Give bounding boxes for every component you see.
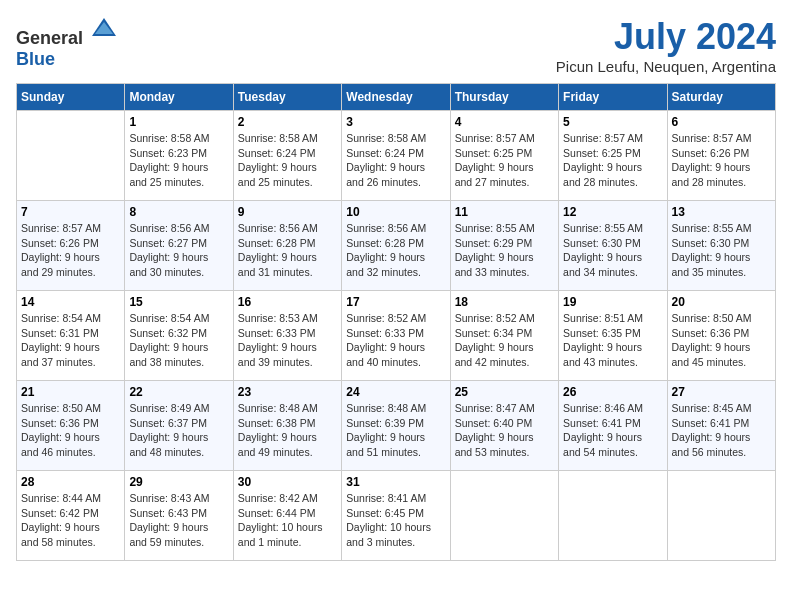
day-info: Sunrise: 8:48 AM Sunset: 6:39 PM Dayligh… [346,401,445,460]
day-number: 11 [455,205,554,219]
day-number: 22 [129,385,228,399]
day-info: Sunrise: 8:55 AM Sunset: 6:29 PM Dayligh… [455,221,554,280]
calendar-cell: 17Sunrise: 8:52 AM Sunset: 6:33 PM Dayli… [342,291,450,381]
calendar-cell: 26Sunrise: 8:46 AM Sunset: 6:41 PM Dayli… [559,381,667,471]
calendar-cell: 11Sunrise: 8:55 AM Sunset: 6:29 PM Dayli… [450,201,558,291]
month-title: July 2024 [556,16,776,58]
day-number: 30 [238,475,337,489]
day-number: 8 [129,205,228,219]
column-header-saturday: Saturday [667,84,775,111]
title-area: July 2024 Picun Leufu, Neuquen, Argentin… [556,16,776,75]
calendar-cell [450,471,558,561]
day-info: Sunrise: 8:57 AM Sunset: 6:25 PM Dayligh… [455,131,554,190]
day-number: 25 [455,385,554,399]
column-header-friday: Friday [559,84,667,111]
column-header-monday: Monday [125,84,233,111]
day-info: Sunrise: 8:49 AM Sunset: 6:37 PM Dayligh… [129,401,228,460]
logo-general: General [16,28,83,48]
column-header-sunday: Sunday [17,84,125,111]
day-info: Sunrise: 8:58 AM Sunset: 6:24 PM Dayligh… [238,131,337,190]
day-info: Sunrise: 8:50 AM Sunset: 6:36 PM Dayligh… [672,311,771,370]
day-number: 10 [346,205,445,219]
logo-text: General Blue [16,16,118,70]
day-info: Sunrise: 8:45 AM Sunset: 6:41 PM Dayligh… [672,401,771,460]
calendar-cell: 31Sunrise: 8:41 AM Sunset: 6:45 PM Dayli… [342,471,450,561]
calendar-cell: 24Sunrise: 8:48 AM Sunset: 6:39 PM Dayli… [342,381,450,471]
calendar-table: SundayMondayTuesdayWednesdayThursdayFrid… [16,83,776,561]
calendar-cell: 12Sunrise: 8:55 AM Sunset: 6:30 PM Dayli… [559,201,667,291]
day-info: Sunrise: 8:56 AM Sunset: 6:27 PM Dayligh… [129,221,228,280]
day-number: 21 [21,385,120,399]
calendar-cell: 21Sunrise: 8:50 AM Sunset: 6:36 PM Dayli… [17,381,125,471]
calendar-cell [17,111,125,201]
day-info: Sunrise: 8:56 AM Sunset: 6:28 PM Dayligh… [346,221,445,280]
calendar-cell: 30Sunrise: 8:42 AM Sunset: 6:44 PM Dayli… [233,471,341,561]
day-number: 31 [346,475,445,489]
calendar-header-row: SundayMondayTuesdayWednesdayThursdayFrid… [17,84,776,111]
column-header-thursday: Thursday [450,84,558,111]
logo: General Blue [16,16,118,70]
calendar-week-row: 14Sunrise: 8:54 AM Sunset: 6:31 PM Dayli… [17,291,776,381]
calendar-week-row: 21Sunrise: 8:50 AM Sunset: 6:36 PM Dayli… [17,381,776,471]
calendar-week-row: 7Sunrise: 8:57 AM Sunset: 6:26 PM Daylig… [17,201,776,291]
day-info: Sunrise: 8:54 AM Sunset: 6:32 PM Dayligh… [129,311,228,370]
day-number: 4 [455,115,554,129]
day-number: 7 [21,205,120,219]
day-info: Sunrise: 8:51 AM Sunset: 6:35 PM Dayligh… [563,311,662,370]
day-number: 13 [672,205,771,219]
day-info: Sunrise: 8:55 AM Sunset: 6:30 PM Dayligh… [563,221,662,280]
day-number: 9 [238,205,337,219]
day-number: 24 [346,385,445,399]
calendar-cell: 3Sunrise: 8:58 AM Sunset: 6:24 PM Daylig… [342,111,450,201]
calendar-cell: 22Sunrise: 8:49 AM Sunset: 6:37 PM Dayli… [125,381,233,471]
day-info: Sunrise: 8:43 AM Sunset: 6:43 PM Dayligh… [129,491,228,550]
day-info: Sunrise: 8:47 AM Sunset: 6:40 PM Dayligh… [455,401,554,460]
day-number: 23 [238,385,337,399]
day-number: 26 [563,385,662,399]
calendar-cell: 4Sunrise: 8:57 AM Sunset: 6:25 PM Daylig… [450,111,558,201]
day-info: Sunrise: 8:41 AM Sunset: 6:45 PM Dayligh… [346,491,445,550]
day-number: 20 [672,295,771,309]
column-header-tuesday: Tuesday [233,84,341,111]
day-number: 17 [346,295,445,309]
day-info: Sunrise: 8:57 AM Sunset: 6:26 PM Dayligh… [21,221,120,280]
calendar-cell: 13Sunrise: 8:55 AM Sunset: 6:30 PM Dayli… [667,201,775,291]
calendar-cell: 2Sunrise: 8:58 AM Sunset: 6:24 PM Daylig… [233,111,341,201]
calendar-cell: 16Sunrise: 8:53 AM Sunset: 6:33 PM Dayli… [233,291,341,381]
calendar-cell: 20Sunrise: 8:50 AM Sunset: 6:36 PM Dayli… [667,291,775,381]
calendar-cell: 10Sunrise: 8:56 AM Sunset: 6:28 PM Dayli… [342,201,450,291]
logo-blue: Blue [16,49,55,69]
day-info: Sunrise: 8:44 AM Sunset: 6:42 PM Dayligh… [21,491,120,550]
day-info: Sunrise: 8:50 AM Sunset: 6:36 PM Dayligh… [21,401,120,460]
day-number: 14 [21,295,120,309]
day-info: Sunrise: 8:46 AM Sunset: 6:41 PM Dayligh… [563,401,662,460]
calendar-cell: 6Sunrise: 8:57 AM Sunset: 6:26 PM Daylig… [667,111,775,201]
calendar-cell: 27Sunrise: 8:45 AM Sunset: 6:41 PM Dayli… [667,381,775,471]
day-info: Sunrise: 8:58 AM Sunset: 6:24 PM Dayligh… [346,131,445,190]
day-info: Sunrise: 8:55 AM Sunset: 6:30 PM Dayligh… [672,221,771,280]
day-number: 19 [563,295,662,309]
day-info: Sunrise: 8:57 AM Sunset: 6:26 PM Dayligh… [672,131,771,190]
calendar-cell: 1Sunrise: 8:58 AM Sunset: 6:23 PM Daylig… [125,111,233,201]
calendar-cell: 9Sunrise: 8:56 AM Sunset: 6:28 PM Daylig… [233,201,341,291]
day-number: 27 [672,385,771,399]
day-number: 16 [238,295,337,309]
day-info: Sunrise: 8:54 AM Sunset: 6:31 PM Dayligh… [21,311,120,370]
day-info: Sunrise: 8:56 AM Sunset: 6:28 PM Dayligh… [238,221,337,280]
day-info: Sunrise: 8:57 AM Sunset: 6:25 PM Dayligh… [563,131,662,190]
calendar-cell: 28Sunrise: 8:44 AM Sunset: 6:42 PM Dayli… [17,471,125,561]
calendar-week-row: 28Sunrise: 8:44 AM Sunset: 6:42 PM Dayli… [17,471,776,561]
day-number: 29 [129,475,228,489]
calendar-cell: 5Sunrise: 8:57 AM Sunset: 6:25 PM Daylig… [559,111,667,201]
day-info: Sunrise: 8:52 AM Sunset: 6:33 PM Dayligh… [346,311,445,370]
calendar-cell: 15Sunrise: 8:54 AM Sunset: 6:32 PM Dayli… [125,291,233,381]
calendar-cell: 18Sunrise: 8:52 AM Sunset: 6:34 PM Dayli… [450,291,558,381]
day-info: Sunrise: 8:52 AM Sunset: 6:34 PM Dayligh… [455,311,554,370]
location-title: Picun Leufu, Neuquen, Argentina [556,58,776,75]
day-info: Sunrise: 8:53 AM Sunset: 6:33 PM Dayligh… [238,311,337,370]
calendar-cell [559,471,667,561]
calendar-cell [667,471,775,561]
calendar-cell: 8Sunrise: 8:56 AM Sunset: 6:27 PM Daylig… [125,201,233,291]
logo-icon [90,16,118,44]
day-number: 15 [129,295,228,309]
